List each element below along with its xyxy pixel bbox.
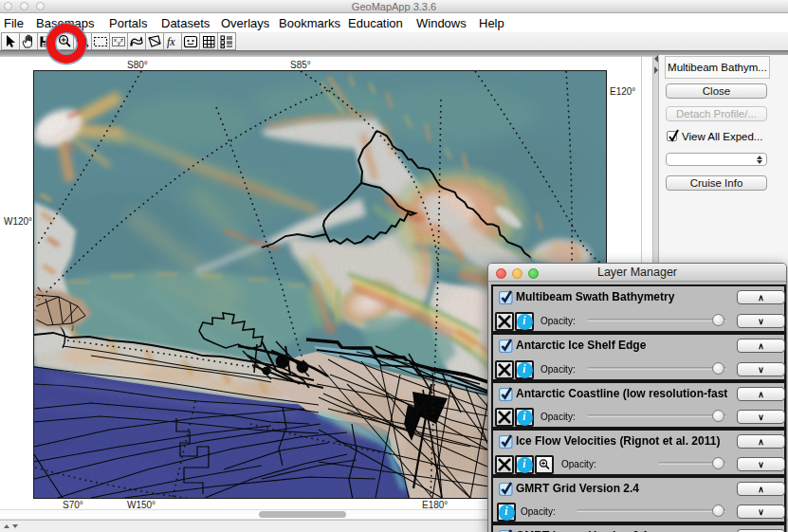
svg-text:fx: fx [167,35,175,48]
svg-text:x: x [114,37,117,43]
svg-text:z: z [120,37,123,43]
